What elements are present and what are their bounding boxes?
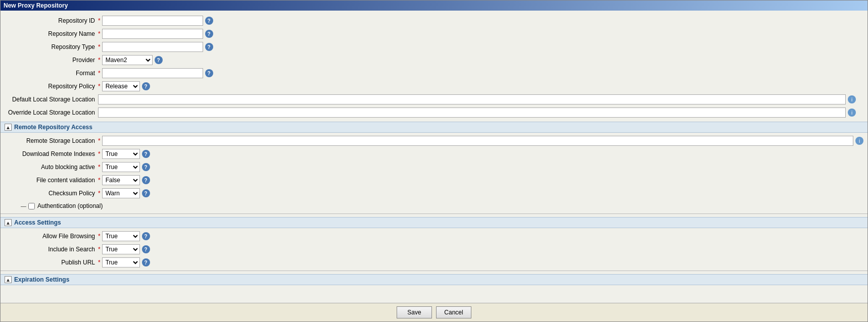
save-button[interactable]: Save (397, 306, 432, 318)
default-local-storage-field: i (98, 94, 863, 104)
remote-storage-input[interactable]: http://some-remote-repository/repo-root (102, 136, 853, 146)
override-local-storage-label: Override Local Storage Location (5, 109, 98, 116)
auto-blocking-row: Auto blocking active * True False ? (1, 161, 867, 173)
file-content-validation-help-icon[interactable]: ? (142, 176, 150, 184)
required-star-format: * (98, 70, 101, 77)
provider-row: Provider * Maven2 Maven1 NuGet ? (1, 54, 867, 66)
repository-type-label: Repository Type (5, 43, 98, 50)
auto-blocking-select[interactable]: True False (102, 162, 140, 172)
include-in-search-row: Include in Search * True False ? (1, 243, 867, 255)
access-settings-section: ▲ Access Settings (1, 217, 867, 228)
download-remote-indexes-select[interactable]: True False (102, 149, 140, 159)
override-local-storage-input[interactable] (98, 108, 846, 118)
file-content-validation-label: File content validation (5, 177, 98, 184)
provider-select[interactable]: Maven2 Maven1 NuGet (102, 55, 153, 65)
required-star-search: * (98, 246, 101, 253)
publish-url-row: Publish URL * True False ? (1, 256, 867, 269)
section-divider-2 (1, 271, 867, 271)
allow-file-browsing-select[interactable]: True False (102, 231, 140, 241)
provider-field: Maven2 Maven1 NuGet ? (102, 55, 163, 65)
file-content-validation-row: File content validation * False True ? (1, 174, 867, 186)
allow-file-browsing-help-icon[interactable]: ? (142, 232, 150, 240)
default-local-storage-info-icon[interactable]: i (848, 95, 856, 103)
auto-blocking-help-icon[interactable]: ? (142, 163, 150, 171)
repository-policy-label: Repository Policy (5, 83, 98, 90)
expiration-settings-collapse-icon[interactable]: ▲ (5, 276, 12, 283)
publish-url-help-icon[interactable]: ? (142, 258, 150, 266)
required-star-auto-blocking: * (98, 164, 101, 171)
override-local-storage-info-icon[interactable]: i (848, 109, 856, 117)
checksum-policy-label: Checksum Policy (5, 190, 98, 197)
section-divider-1 (1, 213, 867, 214)
override-local-storage-field: i (98, 108, 863, 118)
repository-id-help-icon[interactable]: ? (205, 17, 213, 25)
repository-name-help-icon[interactable]: ? (205, 30, 213, 38)
include-in-search-help-icon[interactable]: ? (142, 245, 150, 253)
download-remote-indexes-label: Download Remote Indexes (5, 150, 98, 157)
form-container: Repository ID * ? Repository Name * ? Re… (1, 11, 867, 303)
expiration-settings-section: ▲ Expiration Settings (1, 274, 867, 285)
authentication-row: — Authentication (optional) (1, 200, 867, 211)
repository-id-input[interactable] (102, 16, 203, 26)
repository-name-input[interactable] (102, 29, 203, 39)
format-label: Format (5, 70, 98, 77)
checksum-policy-field: Warn Fail Ignore ? (102, 188, 150, 198)
include-in-search-select[interactable]: True False (102, 244, 140, 254)
override-local-storage-row: Override Local Storage Location i (1, 106, 867, 119)
include-in-search-label: Include in Search (5, 246, 98, 253)
default-local-storage-label: Default Local Storage Location (5, 96, 98, 103)
publish-url-label: Publish URL (5, 259, 98, 266)
repository-policy-field: Release Snapshot Mixed ? (102, 81, 150, 91)
publish-url-field: True False ? (102, 257, 150, 267)
required-star-type: * (98, 43, 101, 50)
remote-repository-access-section: ▲ Remote Repository Access (1, 122, 867, 133)
checksum-policy-help-icon[interactable]: ? (142, 189, 150, 197)
checksum-policy-row: Checksum Policy * Warn Fail Ignore ? (1, 187, 867, 199)
new-proxy-repository-window: New Proxy Repository Repository ID * ? R… (0, 0, 868, 322)
auto-blocking-field: True False ? (102, 162, 150, 172)
format-input: maven2 (102, 68, 203, 78)
remote-storage-location-label: Remote Storage Location (5, 137, 98, 144)
download-remote-indexes-field: True False ? (102, 149, 150, 159)
authentication-checkbox[interactable] (28, 203, 35, 209)
required-star-checksum: * (98, 190, 101, 197)
required-star-download: * (98, 150, 101, 157)
provider-help-icon[interactable]: ? (155, 56, 163, 64)
authentication-label: Authentication (optional) (37, 202, 103, 209)
repository-policy-row: Repository Policy * Release Snapshot Mix… (1, 80, 867, 92)
allow-file-browsing-field: True False ? (102, 231, 150, 241)
access-settings-collapse-icon[interactable]: ▲ (5, 219, 12, 226)
access-settings-title: Access Settings (14, 219, 61, 226)
default-local-storage-input[interactable] (98, 94, 846, 104)
expiration-settings-title: Expiration Settings (14, 276, 69, 283)
remote-storage-location-row: Remote Storage Location * http://some-re… (1, 135, 867, 147)
repository-id-label: Repository ID (5, 17, 98, 24)
remote-storage-info-icon[interactable]: i (855, 137, 863, 145)
format-help-icon[interactable]: ? (205, 69, 213, 77)
required-star-file-content: * (98, 177, 101, 184)
window-title: New Proxy Repository (1, 1, 867, 11)
required-star: * (98, 17, 101, 24)
cancel-button[interactable]: Cancel (436, 306, 471, 318)
publish-url-select[interactable]: True False (102, 257, 140, 267)
repository-type-field: proxy ? (102, 42, 213, 52)
remote-access-title: Remote Repository Access (14, 124, 92, 131)
auth-dash: — (21, 203, 26, 209)
file-content-validation-select[interactable]: False True (102, 175, 140, 185)
download-remote-indexes-help-icon[interactable]: ? (142, 150, 150, 158)
remote-storage-field: http://some-remote-repository/repo-root … (102, 136, 863, 146)
file-content-validation-field: False True ? (102, 175, 150, 185)
default-local-storage-row: Default Local Storage Location i (1, 93, 867, 105)
format-row: Format * maven2 ? (1, 67, 867, 79)
repository-type-help-icon[interactable]: ? (205, 43, 213, 51)
remote-access-collapse-icon[interactable]: ▲ (5, 124, 12, 131)
repository-id-row: Repository ID * ? (1, 15, 867, 27)
footer: Save Cancel (1, 303, 867, 321)
repository-policy-select[interactable]: Release Snapshot Mixed (102, 81, 140, 91)
repository-policy-help-icon[interactable]: ? (142, 82, 150, 90)
format-field: maven2 ? (102, 68, 213, 78)
provider-label: Provider (5, 57, 98, 64)
repository-name-label: Repository Name (5, 30, 98, 37)
allow-file-browsing-row: Allow File Browsing * True False ? (1, 230, 867, 242)
checksum-policy-select[interactable]: Warn Fail Ignore (102, 188, 140, 198)
